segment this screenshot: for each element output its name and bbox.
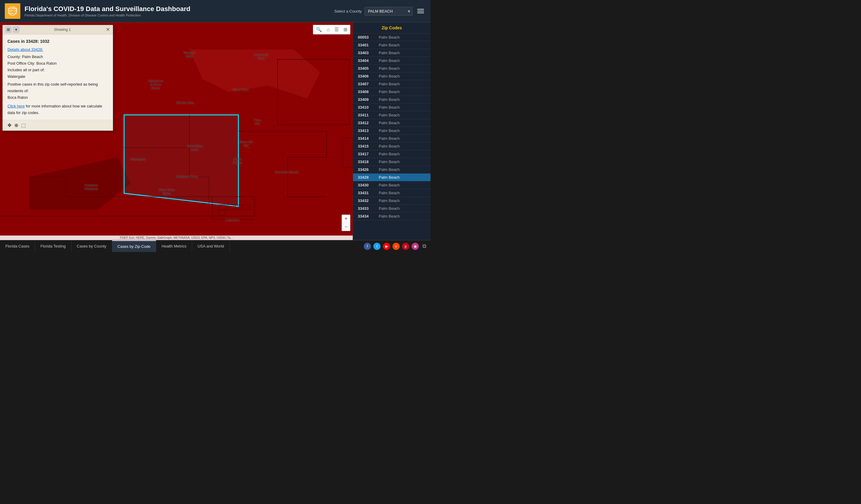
zip-list-item[interactable]: 33433Palm Beach	[353, 205, 430, 213]
county-select-label: Select a County	[334, 9, 362, 13]
zip-county: Palm Beach	[379, 144, 400, 148]
social-pinterest-icon[interactable]: p	[402, 243, 409, 250]
zip-county: Palm Beach	[379, 214, 400, 218]
map-grid-button[interactable]: ⊞	[342, 26, 349, 33]
zip-list-item[interactable]: 33415Palm Beach	[353, 142, 430, 150]
county-select-wrapper[interactable]: PALM BEACHMIAMI-DADEBROWARDORANGEHILLSBO…	[365, 7, 412, 16]
popup-click-here-link[interactable]: Click here	[8, 104, 25, 108]
zip-county: Palm Beach	[379, 90, 400, 94]
social-instagram-icon[interactable]: ◉	[412, 243, 419, 250]
zip-code: 33434	[358, 214, 379, 218]
zip-code: 33432	[358, 199, 379, 203]
hamburger-menu-button[interactable]	[415, 7, 426, 15]
zip-county: Palm Beach	[379, 152, 400, 156]
zip-county: Palm Beach	[379, 136, 400, 141]
map-list-button[interactable]: ☰	[333, 26, 340, 33]
zip-list-item[interactable]: 00053Palm Beach	[353, 33, 430, 41]
tab-health-metrics[interactable]: Health Metrics	[156, 240, 192, 252]
zip-county: Palm Beach	[379, 113, 400, 117]
zip-county: Palm Beach	[379, 191, 400, 195]
popup-post-office: Post Office City: Boca Raton	[8, 60, 108, 67]
map-search-button[interactable]: 🔍	[314, 26, 324, 33]
zip-code: 33409	[358, 97, 379, 102]
social-youtube-icon[interactable]: ▶	[383, 243, 390, 250]
selected-zip-region	[124, 115, 238, 206]
zip-list-item[interactable]: 33430Palm Beach	[353, 181, 430, 189]
popup-select-tool[interactable]: ⬚	[21, 122, 26, 128]
zoom-in-button[interactable]: +	[342, 215, 350, 223]
zip-list-item[interactable]: 33414Palm Beach	[353, 135, 430, 142]
popup-areas: Watergate	[8, 73, 108, 80]
zip-list-item[interactable]: 33411Palm Beach	[353, 111, 430, 119]
popup-showing-label: Showing 1	[21, 28, 104, 32]
map-home-button[interactable]: ⌂	[325, 26, 331, 33]
zip-code: 33433	[358, 206, 379, 211]
map-container[interactable]: Whisper WalkUniversity ParkHamptons at B…	[0, 23, 353, 240]
popup-close-button[interactable]: ✕	[105, 27, 110, 32]
zip-county: Palm Beach	[379, 97, 400, 102]
zip-county: Palm Beach	[379, 35, 400, 40]
popup-includes-label: Includes all or part of:	[8, 67, 108, 73]
zip-list-item[interactable]: 33413Palm Beach	[353, 127, 430, 135]
external-link-button[interactable]: ⧉	[421, 242, 427, 250]
hamburger-line	[417, 11, 424, 11]
zip-code: 33431	[358, 191, 379, 195]
zip-list-item[interactable]: 33408Palm Beach	[353, 88, 430, 96]
header-text: Florida's COVID-19 Data and Surveillance…	[25, 5, 334, 17]
popup-zoom-tool[interactable]: ⊕	[14, 122, 18, 128]
tab-cases-by-county[interactable]: Cases by County	[71, 240, 112, 252]
popup-details-link[interactable]: Details about 33428:	[8, 46, 108, 53]
popup-content: Cases in 33428: 1032 Details about 33428…	[3, 35, 113, 120]
zip-list-item[interactable]: 33412Palm Beach	[353, 119, 430, 127]
popup-move-tool[interactable]: ✥	[8, 122, 11, 128]
zip-county: Palm Beach	[379, 43, 400, 47]
popup-expand-icon[interactable]: ⊞	[5, 26, 12, 33]
zip-list-item[interactable]: 33407Palm Beach	[353, 80, 430, 88]
page-title: Florida's COVID-19 Data and Surveillance…	[25, 5, 334, 13]
zip-list-item[interactable]: 33410Palm Beach	[353, 104, 430, 111]
header: FLORIDA DEPT OF HEALTH Florida's COVID-1…	[0, 0, 430, 23]
zip-list-item[interactable]: 33403Palm Beach	[353, 49, 430, 57]
zip-list-item[interactable]: 33434Palm Beach	[353, 213, 430, 220]
tab-cases-by-zip[interactable]: Cases by Zip Code	[112, 240, 156, 252]
header-right: Select a County PALM BEACHMIAMI-DADEBROW…	[334, 7, 426, 16]
zip-county: Palm Beach	[379, 199, 400, 203]
zoom-controls: + −	[342, 215, 350, 231]
tab-florida-testing[interactable]: Florida Testing	[35, 240, 71, 252]
zip-list-item[interactable]: 33431Palm Beach	[353, 189, 430, 197]
popup-nav-icon[interactable]: ▾	[13, 26, 19, 33]
popup: ⊞ ▾ Showing 1 ✕ Cases in 33428: 1032 Det…	[2, 25, 113, 131]
main-layout: Whisper WalkUniversity ParkHamptons at B…	[0, 23, 430, 240]
hamburger-line	[417, 9, 424, 10]
county-select[interactable]: PALM BEACHMIAMI-DADEBROWARDORANGEHILLSBO…	[365, 7, 412, 16]
zip-code: 33410	[358, 105, 379, 110]
zip-list-item[interactable]: 33418Palm Beach	[353, 158, 430, 166]
zip-county: Palm Beach	[379, 206, 400, 211]
social-vimeo-icon[interactable]: v	[393, 243, 400, 250]
zip-list-item[interactable]: 33409Palm Beach	[353, 96, 430, 104]
sidebar: Zip Codes 00053Palm Beach33401Palm Beach…	[353, 23, 430, 240]
zip-county: Palm Beach	[379, 128, 400, 133]
zip-code: 33430	[358, 183, 379, 187]
popup-toolbar-icons: ⊞ ▾	[5, 26, 19, 33]
zip-list-item[interactable]: 33432Palm Beach	[353, 197, 430, 205]
zip-code: 33414	[358, 136, 379, 141]
tab-usa-world[interactable]: USA and World	[192, 240, 230, 252]
social-facebook-icon[interactable]: f	[364, 243, 371, 250]
zip-list-item[interactable]: 33428Palm Beach	[353, 174, 430, 181]
popup-toolbar: ⊞ ▾ Showing 1 ✕	[3, 25, 113, 35]
zip-list-item[interactable]: 33426Palm Beach	[353, 166, 430, 174]
zip-list-item[interactable]: 33401Palm Beach	[353, 41, 430, 49]
zip-list-item[interactable]: 33406Palm Beach	[353, 72, 430, 80]
zip-code: 33411	[358, 113, 379, 117]
zip-list-item[interactable]: 33417Palm Beach	[353, 150, 430, 158]
svg-text:DEPT OF: DEPT OF	[8, 10, 17, 12]
zip-county: Palm Beach	[379, 167, 400, 172]
zoom-out-button[interactable]: −	[342, 223, 350, 231]
tab-florida-cases[interactable]: Florida Cases	[0, 240, 35, 252]
popup-calc-note: Click here for more information about ho…	[8, 103, 108, 116]
zip-list-item[interactable]: 33404Palm Beach	[353, 57, 430, 65]
social-twitter-icon[interactable]: t	[373, 243, 381, 250]
zip-list-item[interactable]: 33405Palm Beach	[353, 65, 430, 72]
zip-code: 33407	[358, 82, 379, 86]
